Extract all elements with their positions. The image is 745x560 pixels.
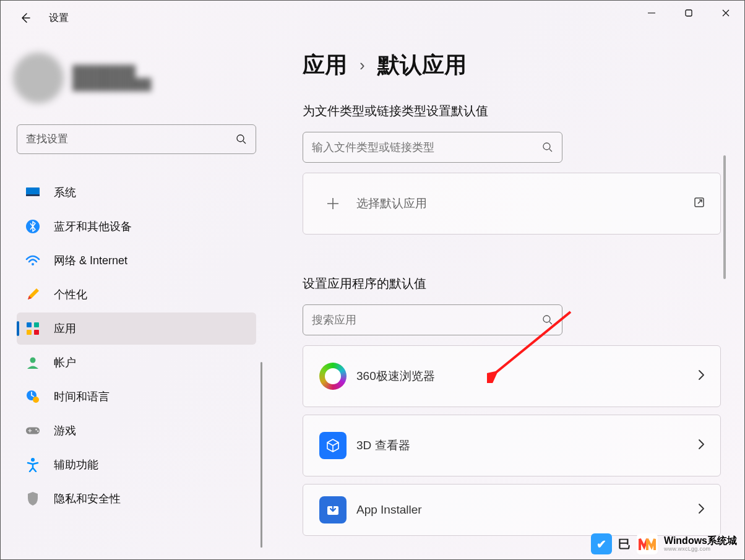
app-label: 3D 查看器 bbox=[356, 437, 697, 454]
app-label: 360极速浏览器 bbox=[356, 368, 697, 384]
svg-point-19 bbox=[543, 316, 550, 322]
chevron-right-icon bbox=[697, 438, 705, 450]
svg-point-10 bbox=[30, 358, 36, 363]
app-search[interactable] bbox=[303, 304, 562, 335]
sidebar-item-system[interactable]: 系统 bbox=[17, 176, 256, 209]
accessibility-icon bbox=[25, 457, 40, 472]
person-icon bbox=[25, 355, 40, 370]
minimize-button[interactable] bbox=[633, 1, 670, 25]
watermark-title: Windows系统城 bbox=[664, 535, 737, 546]
breadcrumb-current: 默认应用 bbox=[377, 50, 467, 80]
user-profile[interactable]: ██████████████████ bbox=[13, 53, 264, 103]
filetype-input[interactable] bbox=[312, 141, 542, 154]
app-icon-3dviewer bbox=[319, 432, 347, 459]
avatar bbox=[13, 53, 64, 103]
svg-point-12 bbox=[33, 397, 39, 403]
paintbrush-icon bbox=[25, 287, 40, 302]
shield-icon bbox=[25, 491, 40, 506]
sidebar-item-time[interactable]: 时间和语言 bbox=[17, 381, 256, 413]
sidebar-item-apps[interactable]: 应用 bbox=[17, 312, 256, 345]
arrow-left-icon bbox=[19, 12, 32, 24]
svg-rect-6 bbox=[27, 322, 32, 327]
sidebar-item-gaming[interactable]: 游戏 bbox=[17, 415, 256, 447]
svg-point-15 bbox=[37, 431, 39, 433]
wifi-icon bbox=[25, 253, 40, 268]
watermark: ✔ 巳 Windows系统城 www.wxcLgg.com bbox=[591, 533, 737, 554]
sidebar-item-label: 帐户 bbox=[54, 355, 76, 370]
svg-point-17 bbox=[543, 143, 550, 150]
sidebar-item-label: 系统 bbox=[54, 185, 76, 200]
search-icon bbox=[236, 134, 247, 145]
sidebar-item-accessibility[interactable]: 辅助功能 bbox=[17, 449, 256, 481]
breadcrumb: 应用 › 默认应用 bbox=[303, 50, 730, 80]
sidebar-item-label: 蓝牙和其他设备 bbox=[54, 219, 132, 234]
plus-icon bbox=[326, 197, 340, 210]
sidebar-item-label: 网络 & Internet bbox=[54, 253, 127, 268]
search-icon bbox=[542, 314, 553, 325]
sidebar-item-label: 应用 bbox=[54, 321, 76, 336]
close-button[interactable] bbox=[707, 1, 744, 25]
watermark-icon-2 bbox=[637, 533, 658, 554]
filetype-search[interactable] bbox=[303, 132, 562, 163]
titlebar: 设置 bbox=[1, 1, 744, 35]
appdefaults-section-header: 设置应用程序的默认值 bbox=[303, 275, 730, 292]
sidebar-item-network[interactable]: 网络 & Internet bbox=[17, 244, 256, 277]
svg-point-16 bbox=[31, 458, 35, 462]
clock-globe-icon bbox=[25, 389, 40, 404]
chevron-right-icon bbox=[697, 369, 705, 381]
nav-list: 系统 蓝牙和其他设备 网络 & Internet 个性化 应用 帐户 时间和语言 bbox=[9, 176, 264, 515]
watermark-url: www.wxcLgg.com bbox=[664, 546, 737, 553]
sidebar-item-label: 时间和语言 bbox=[54, 389, 110, 404]
main-scrollbar-thumb[interactable] bbox=[723, 155, 726, 279]
filetype-section-header: 为文件类型或链接类型设置默认值 bbox=[303, 103, 730, 119]
sidebar-item-bluetooth[interactable]: 蓝牙和其他设备 bbox=[17, 210, 256, 243]
sidebar-item-label: 游戏 bbox=[54, 423, 76, 438]
search-icon bbox=[542, 142, 553, 153]
svg-rect-8 bbox=[27, 330, 32, 335]
sidebar-item-personalization[interactable]: 个性化 bbox=[17, 278, 256, 311]
back-button[interactable] bbox=[13, 6, 38, 30]
app-row-360[interactable]: 360极速浏览器 bbox=[303, 345, 721, 407]
choose-default-app-card[interactable]: 选择默认应用 bbox=[303, 173, 721, 235]
settings-search[interactable] bbox=[17, 124, 256, 154]
breadcrumb-parent[interactable]: 应用 bbox=[303, 50, 347, 80]
gamepad-icon bbox=[25, 423, 40, 438]
app-icon-360 bbox=[319, 363, 347, 390]
open-link-icon bbox=[693, 196, 705, 209]
close-icon bbox=[721, 9, 730, 17]
svg-point-1 bbox=[237, 135, 244, 142]
chevron-right-icon bbox=[697, 502, 705, 515]
app-search-input[interactable] bbox=[312, 314, 542, 327]
sidebar-item-label: 辅助功能 bbox=[54, 457, 98, 472]
svg-rect-0 bbox=[686, 10, 692, 16]
watermark-icon-1: ✔ bbox=[591, 533, 612, 554]
sidebar-item-privacy[interactable]: 隐私和安全性 bbox=[17, 483, 256, 515]
svg-rect-3 bbox=[26, 194, 40, 196]
app-label: App Installer bbox=[356, 503, 697, 517]
profile-name: ██████████████████ bbox=[72, 65, 152, 91]
sidebar-item-label: 个性化 bbox=[54, 287, 87, 302]
card-label: 选择默认应用 bbox=[356, 196, 693, 212]
svg-rect-9 bbox=[34, 330, 39, 335]
svg-point-14 bbox=[35, 429, 37, 431]
display-icon bbox=[25, 185, 40, 200]
breadcrumb-separator: › bbox=[360, 56, 365, 75]
apps-icon bbox=[25, 321, 40, 336]
svg-point-5 bbox=[32, 263, 34, 265]
sidebar-item-accounts[interactable]: 帐户 bbox=[17, 347, 256, 379]
app-row-3dviewer[interactable]: 3D 查看器 bbox=[303, 415, 721, 476]
sidebar: ██████████████████ 系统 蓝牙和其他设备 网络 & Inter… bbox=[1, 45, 276, 559]
search-input[interactable] bbox=[26, 133, 236, 145]
maximize-icon bbox=[684, 9, 693, 17]
app-row-appinstaller[interactable]: App Installer bbox=[303, 484, 721, 536]
app-icon-appinstaller bbox=[319, 496, 347, 523]
maximize-button[interactable] bbox=[670, 1, 707, 25]
window-title: 设置 bbox=[49, 12, 69, 25]
main-content: 应用 › 默认应用 为文件类型或链接类型设置默认值 选择默认应用 设置应用程序的… bbox=[303, 50, 730, 559]
sidebar-item-label: 隐私和安全性 bbox=[54, 491, 121, 506]
bluetooth-icon bbox=[25, 219, 40, 234]
svg-rect-7 bbox=[34, 322, 39, 327]
minimize-icon bbox=[647, 9, 656, 17]
sidebar-scrollbar-thumb[interactable] bbox=[261, 362, 262, 548]
